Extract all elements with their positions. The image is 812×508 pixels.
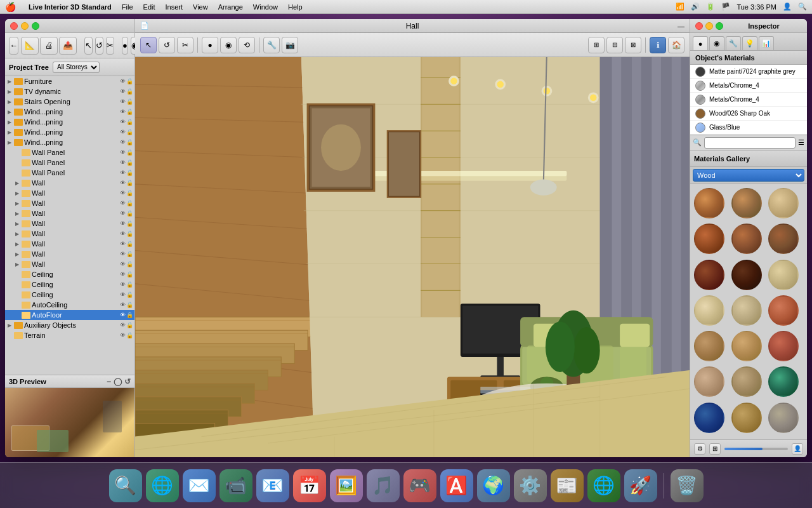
material-item-3[interactable]: Metals/Chrome_4 bbox=[690, 93, 807, 107]
swatch-4[interactable] bbox=[694, 224, 724, 254]
tab-render[interactable]: 📊 bbox=[759, 36, 774, 50]
swatch-1[interactable] bbox=[694, 188, 724, 218]
tree-item-ceiling2[interactable]: Ceiling 👁🔒 bbox=[5, 279, 134, 290]
tool-view3[interactable]: ⊠ bbox=[625, 37, 641, 53]
viewport-minimize[interactable]: — bbox=[678, 22, 684, 30]
tree-item-wallpanel3[interactable]: Wall Panel 👁🔒 bbox=[5, 168, 134, 178]
swatch-3[interactable] bbox=[768, 188, 799, 218]
menu-arrange[interactable]: Arrange bbox=[218, 3, 243, 11]
swatch-5[interactable] bbox=[731, 224, 762, 254]
swatch-9[interactable] bbox=[768, 260, 799, 290]
tool-cut2[interactable]: ✂ bbox=[177, 37, 193, 53]
volume-icon[interactable]: 🔊 bbox=[691, 3, 700, 11]
gallery-grid-btn[interactable]: ⊞ bbox=[709, 443, 721, 455]
material-item-1[interactable]: Matte paint/7024 graphite grey bbox=[690, 65, 807, 79]
menu-window[interactable]: Window bbox=[253, 3, 278, 11]
preview-fit[interactable]: ◯ bbox=[114, 377, 122, 386]
spotlight-icon[interactable]: 🔍 bbox=[798, 3, 807, 11]
dock-facetime[interactable]: 📹 bbox=[219, 469, 252, 502]
tab-material-ball[interactable]: ◉ bbox=[709, 36, 724, 50]
dock-mail[interactable]: ✉️ bbox=[183, 469, 216, 502]
tree-item-wall9[interactable]: ▶ Wall 👁🔒 bbox=[5, 259, 134, 269]
tree-item-wall6[interactable]: ▶ Wall 👁🔒 bbox=[5, 229, 134, 239]
dock-migration[interactable]: 🌐 bbox=[587, 469, 620, 502]
insp-max[interactable] bbox=[716, 22, 723, 30]
swatch-16[interactable] bbox=[694, 366, 724, 397]
tree-item-wind2[interactable]: ▶ Wind...pning 👁🔒 bbox=[5, 117, 134, 127]
tab-texture[interactable]: 🔧 bbox=[726, 36, 741, 50]
search-input[interactable] bbox=[704, 137, 796, 149]
toolbar-btn-print[interactable]: 🖨 bbox=[40, 37, 58, 55]
dock-appstore[interactable]: 🅰️ bbox=[440, 469, 473, 502]
tree-item-auxiliary[interactable]: ▶ Auxiliary Objects 👁🔒 bbox=[5, 320, 134, 330]
maximize-button[interactable] bbox=[32, 22, 39, 30]
swatch-13[interactable] bbox=[694, 331, 724, 361]
apple-menu[interactable]: 🍎 bbox=[5, 2, 16, 12]
dock-itunes[interactable]: 🎵 bbox=[367, 469, 400, 502]
tool-dot[interactable]: ● bbox=[202, 37, 218, 53]
toolbar-btn-draw[interactable]: ● bbox=[122, 37, 128, 55]
toolbar-btn-floorplan[interactable]: 📐 bbox=[21, 37, 39, 55]
tree-item-wall5[interactable]: ▶ Wall 👁🔒 bbox=[5, 218, 134, 229]
tree-container[interactable]: ▶ Furniture 👁🔒 ▶ TV dynamic 👁🔒 ▶ Stairs … bbox=[5, 76, 134, 375]
tab-object[interactable]: ● bbox=[693, 36, 708, 50]
minimize-button[interactable] bbox=[21, 22, 29, 30]
tool-rotate-orbit[interactable]: ↺ bbox=[159, 37, 175, 53]
insp-close[interactable] bbox=[695, 22, 703, 30]
gallery-person-btn[interactable]: 👤 bbox=[792, 443, 803, 455]
tree-item-ceiling1[interactable]: Ceiling 👁🔒 bbox=[5, 269, 134, 279]
gallery-size-slider[interactable] bbox=[724, 448, 788, 450]
dock-network[interactable]: 🌍 bbox=[477, 469, 510, 502]
material-item-5[interactable]: Glass/Blue bbox=[690, 121, 807, 135]
dock-gaming[interactable]: 🎮 bbox=[403, 469, 436, 502]
tree-item-wallpanel2[interactable]: Wall Panel 👁🔒 bbox=[5, 157, 134, 168]
menu-insert[interactable]: Insert bbox=[166, 3, 183, 11]
tree-item-wall7[interactable]: ▶ Wall 👁🔒 bbox=[5, 239, 134, 249]
tool-select[interactable]: ↖ bbox=[140, 37, 157, 53]
preview-zoom-out[interactable]: − bbox=[107, 377, 111, 386]
toolbar-btn-cut[interactable]: ✂ bbox=[106, 37, 114, 55]
tree-item-autofloor[interactable]: AutoFloor 👁🔒 bbox=[5, 310, 134, 320]
swatch-21[interactable] bbox=[768, 403, 799, 433]
tree-item-wall3[interactable]: ▶ Wall 👁🔒 bbox=[5, 198, 134, 208]
swatch-7[interactable] bbox=[694, 260, 724, 290]
swatch-12[interactable] bbox=[768, 295, 799, 326]
tool-view2[interactable]: ⊟ bbox=[606, 37, 623, 53]
swatch-20[interactable] bbox=[731, 403, 762, 433]
preview-viewport[interactable] bbox=[5, 388, 134, 457]
wifi-icon[interactable]: 📶 bbox=[676, 3, 684, 11]
tool-info[interactable]: ℹ bbox=[650, 37, 666, 53]
material-item-4[interactable]: Wood/026 Sharp Oak bbox=[690, 107, 807, 121]
close-button[interactable] bbox=[10, 22, 18, 30]
tree-item-wall2[interactable]: ▶ Wall 👁🔒 bbox=[5, 188, 134, 198]
dock-launchpad[interactable]: 🚀 bbox=[624, 469, 657, 502]
user-icon[interactable]: 👤 bbox=[783, 3, 792, 11]
toolbar-btn-export[interactable]: 📤 bbox=[59, 37, 77, 55]
tree-item-wall1[interactable]: ▶ Wall 👁🔒 bbox=[5, 178, 134, 188]
app-name[interactable]: Live Interior 3D Standard bbox=[29, 3, 112, 11]
insp-min[interactable] bbox=[705, 22, 713, 30]
tool-circle2[interactable]: ◉ bbox=[220, 37, 237, 53]
swatch-2[interactable] bbox=[731, 188, 762, 218]
swatch-14[interactable] bbox=[731, 331, 762, 361]
tree-item-ceiling3[interactable]: Ceiling 👁🔒 bbox=[5, 290, 134, 300]
material-item-2[interactable]: Metals/Chrome_4 bbox=[690, 79, 807, 93]
tree-item-stairs[interactable]: ▶ Stairs Opening 👁🔒 bbox=[5, 97, 134, 107]
tree-item-wind3[interactable]: ▶ Wind...pning 👁🔒 bbox=[5, 127, 134, 137]
tree-item-furniture[interactable]: ▶ Furniture 👁🔒 bbox=[5, 76, 134, 86]
tree-item-terrain[interactable]: Terrain 👁🔒 bbox=[5, 330, 134, 340]
tree-item-autoceiling[interactable]: AutoCeiling 👁🔒 bbox=[5, 300, 134, 310]
tool-measure2[interactable]: 🔧 bbox=[263, 37, 280, 53]
tool-camera2[interactable]: 📷 bbox=[282, 37, 298, 53]
search-menu-icon[interactable]: ☰ bbox=[798, 138, 804, 147]
swatch-8[interactable] bbox=[731, 260, 762, 290]
tree-item-wallpanel1[interactable]: Wall Panel 👁🔒 bbox=[5, 147, 134, 157]
dock-safari[interactable]: 🌐 bbox=[146, 469, 179, 502]
input-flag[interactable]: 🏴 bbox=[721, 3, 730, 11]
dock-mail2[interactable]: 📧 bbox=[256, 469, 289, 502]
tree-item-wind1[interactable]: ▶ Wind...pning 👁🔒 bbox=[5, 107, 134, 117]
gallery-settings-btn[interactable]: ⚙ bbox=[694, 443, 705, 455]
gallery-type-select[interactable]: Wood Stone Metal Fabric Paint bbox=[693, 169, 804, 182]
swatch-10[interactable] bbox=[694, 295, 724, 326]
menu-file[interactable]: File bbox=[122, 3, 133, 11]
